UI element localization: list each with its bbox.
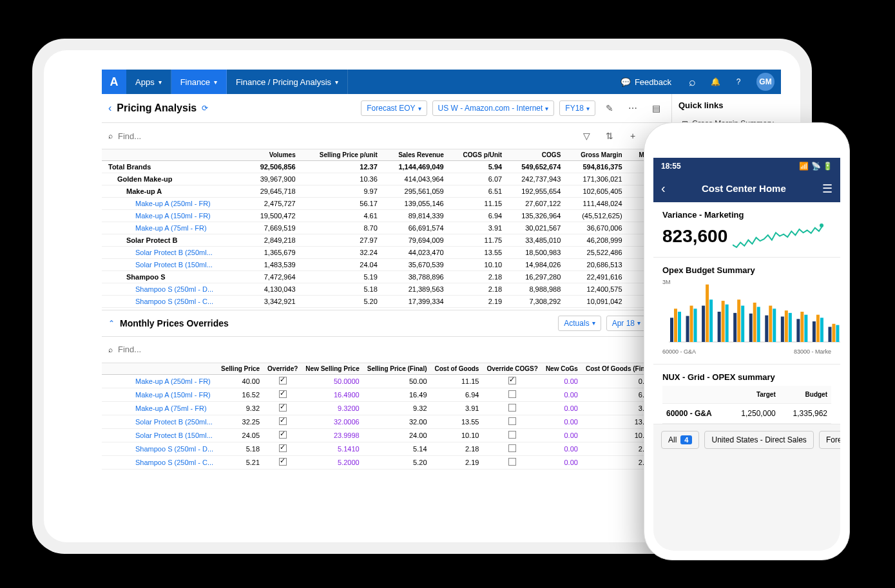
table-row[interactable]: Make-up A29,645,7189.97295,561,0596.5119…	[102, 185, 671, 198]
table-row[interactable]: Solar Protect B (150ml...1,483,53924.043…	[102, 259, 671, 271]
table-row[interactable]: Solar Protect B (250ml...32.2532.000632.…	[102, 415, 671, 428]
table-row[interactable]: Shampoo S7,472,9645.1938,788,8962.1816,2…	[102, 271, 671, 283]
chip-fore[interactable]: Fore	[819, 431, 840, 449]
override-checkbox[interactable]	[508, 444, 516, 452]
search-button[interactable]: ⌕	[680, 70, 704, 94]
overrides-find-input[interactable]	[118, 345, 642, 354]
table-row[interactable]: Make-up A (150ml - FR)16.5216.490016.496…	[102, 388, 671, 401]
table-row[interactable]: Make-up A (250ml - FR)40.0050.000050.001…	[102, 374, 671, 388]
svg-rect-47	[670, 318, 673, 342]
variance-card[interactable]: Variance - Marketing 823,600	[653, 202, 840, 258]
actuals-dropdown[interactable]: Actuals ▾	[558, 316, 601, 331]
svg-rect-74	[813, 321, 816, 342]
back-button[interactable]: ‹	[108, 102, 111, 114]
svg-rect-48	[674, 308, 677, 342]
more-button[interactable]: ⋯	[624, 99, 642, 117]
chevron-down-icon: ▾	[214, 79, 217, 86]
table-row[interactable]: Make-up A (75ml - FR)9.329.32009.323.910…	[102, 401, 671, 415]
phone-menu-button[interactable]: ☰	[822, 182, 832, 196]
override-checkbox[interactable]	[508, 404, 516, 412]
table-row[interactable]: Shampoo S (250ml - D...4,130,0435.1821,3…	[102, 283, 671, 296]
chip-all[interactable]: All 4	[661, 431, 699, 449]
collapse-button[interactable]: ⌃	[108, 319, 115, 328]
overrides-header: ⌃ Monthly Prices Overrides Actuals ▾ Apr…	[102, 310, 671, 337]
override-checkbox[interactable]	[279, 431, 287, 439]
filter-icon: ▽	[583, 131, 590, 141]
column-header[interactable]: COGS	[506, 149, 564, 161]
svg-rect-68	[781, 317, 784, 342]
year-dropdown[interactable]: FY18 ▾	[559, 100, 595, 116]
chevron-down-icon: ▾	[545, 105, 548, 112]
help-button[interactable]: ?	[727, 70, 750, 94]
override-checkbox[interactable]	[279, 377, 287, 384]
app-logo[interactable]: A	[102, 70, 126, 94]
nux-card[interactable]: NUX - Grid - OPEX summary TargetBudget 6…	[653, 365, 840, 424]
month-dropdown[interactable]: Apr 18 ▾	[606, 316, 646, 331]
phone-back-button[interactable]: ‹	[661, 181, 666, 196]
column-header[interactable]: New CoGs	[542, 363, 582, 375]
refresh-button[interactable]: ⟳	[202, 104, 208, 113]
svg-rect-65	[765, 316, 768, 342]
table-row[interactable]: Make-up A (75ml - FR)7,669,5198.7066,691…	[102, 222, 671, 234]
override-checkbox[interactable]	[508, 377, 516, 384]
panel-toggle[interactable]: ▤	[647, 99, 665, 117]
svg-rect-71	[796, 319, 800, 342]
column-header[interactable]: Volumes	[245, 149, 300, 161]
filter-button[interactable]: ▽	[577, 127, 595, 145]
override-checkbox[interactable]	[279, 458, 287, 466]
svg-rect-78	[832, 324, 835, 342]
column-header[interactable]: Selling Price (Final)	[363, 363, 431, 375]
table-row[interactable]: 60000 - G&A1,250,0001,335,962	[662, 404, 831, 424]
table-row[interactable]: Solar Protect B2,849,21827.9779,694,0091…	[102, 234, 671, 247]
table-row[interactable]: Shampoo S (250ml - C...3,342,9215.2017,3…	[102, 296, 671, 308]
sort-button[interactable]: ⇅	[601, 127, 619, 145]
column-header[interactable]: New Selling Price	[302, 363, 363, 375]
column-header[interactable]: Selling Price	[217, 363, 264, 375]
table-row[interactable]: Make-up A (150ml - FR)19,500,4724.6189,8…	[102, 210, 671, 222]
column-header[interactable]: Cost of Goods	[431, 363, 483, 375]
override-checkbox[interactable]	[279, 390, 287, 398]
override-checkbox[interactable]	[508, 458, 516, 466]
opex-card[interactable]: Opex Budget Summary 3M 60000 - G&A 83000…	[653, 258, 840, 365]
user-avatar[interactable]: GM	[756, 73, 775, 91]
table-row[interactable]: Make-up A (250ml - FR)2,475,72756.17139,…	[102, 198, 671, 210]
breadcrumb: Finance / Pricing Analysis	[236, 77, 331, 87]
column-header[interactable]	[102, 149, 245, 161]
override-checkbox[interactable]	[279, 417, 287, 425]
column-header[interactable]: Override?	[264, 363, 302, 375]
override-checkbox[interactable]	[508, 417, 516, 425]
svg-rect-77	[828, 327, 831, 343]
notifications-button[interactable]: 🔔	[704, 70, 727, 94]
finance-menu[interactable]: Finance ▾	[171, 70, 227, 94]
variance-title: Variance - Marketing	[662, 210, 831, 220]
column-header[interactable]: Sales Revenue	[381, 149, 448, 161]
breadcrumb-menu[interactable]: Finance / Pricing Analysis ▾	[227, 70, 348, 94]
table-row[interactable]: Golden Make-up39,967,90010.36414,043,964…	[102, 173, 671, 185]
table-row[interactable]: Solar Protect B (150ml...24.0523.999824.…	[102, 428, 671, 442]
forecast-dropdown[interactable]: Forecast EOY ▾	[361, 100, 427, 116]
apps-menu[interactable]: Apps ▾	[126, 70, 171, 94]
column-header[interactable]: Selling Price p/unit	[300, 149, 381, 161]
svg-rect-66	[769, 306, 772, 342]
override-checkbox[interactable]	[508, 390, 516, 398]
override-checkbox[interactable]	[508, 431, 516, 439]
column-header[interactable]	[102, 363, 217, 375]
table-row[interactable]: Shampoo S (250ml - D...5.185.14105.142.1…	[102, 442, 671, 455]
column-header[interactable]: Gross Margin	[564, 149, 626, 161]
table-row[interactable]: Total Brands92,506,85612.371,144,469,049…	[102, 161, 671, 173]
feedback-button[interactable]: 💬 Feedback	[611, 70, 680, 94]
edit-button[interactable]: ✎	[601, 99, 619, 117]
column-header[interactable]: Override COGS?	[483, 363, 541, 375]
svg-rect-52	[694, 308, 697, 342]
find-input[interactable]	[118, 131, 572, 141]
help-icon: ?	[736, 77, 741, 86]
table-row[interactable]: Shampoo S (250ml - C...5.215.20005.202.1…	[102, 455, 671, 469]
scope-dropdown[interactable]: US W - Amazon.com - Internet ▾	[432, 100, 555, 116]
table-row[interactable]: Solar Protect B (250ml...1,365,67932.244…	[102, 247, 671, 259]
add-button[interactable]: +	[624, 127, 642, 145]
column-header[interactable]: COGS p/Unit	[448, 149, 506, 161]
svg-rect-56	[718, 312, 721, 342]
override-checkbox[interactable]	[279, 444, 287, 452]
chip-scope[interactable]: United States - Direct Sales	[704, 431, 813, 449]
override-checkbox[interactable]	[279, 404, 287, 412]
